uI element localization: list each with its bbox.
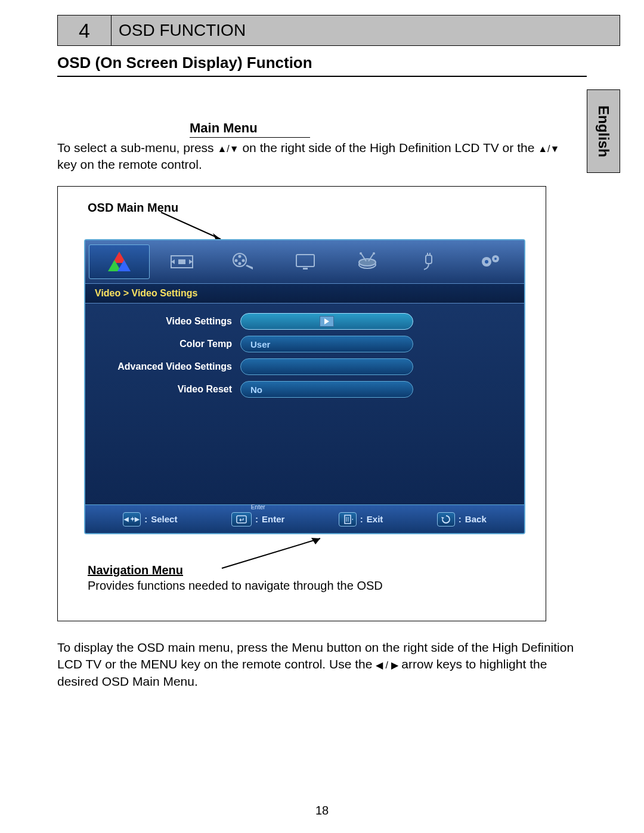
left-right-triangle-icon: ◀ / ▶: [376, 660, 398, 670]
osd-tab-row: [85, 240, 524, 283]
svg-point-25: [494, 258, 497, 260]
gears-icon: [479, 252, 503, 272]
up-down-triangle-icon: ▲/▼: [538, 144, 559, 154]
svg-point-8: [235, 259, 238, 262]
menu-row-video-reset[interactable]: Video Reset No: [97, 380, 512, 399]
navigation-menu-label: Navigation Menu: [88, 563, 183, 577]
figure-container: OSD Main Menu: [57, 186, 546, 621]
back-icon: [437, 512, 455, 527]
menu-row-advanced-video[interactable]: Advanced Video Settings: [97, 357, 512, 376]
intro-paragraph: To select a sub-menu, press ▲/▼ on the r…: [57, 140, 574, 174]
bottom-paragraph: To display the OSD main menu, press the …: [57, 639, 587, 690]
svg-rect-11: [296, 255, 314, 267]
svg-rect-27: [345, 515, 351, 524]
menu-value-pill[interactable]: [240, 313, 413, 330]
menu-row-color-temp[interactable]: Color Temp User: [97, 335, 512, 354]
menu-label: Video Reset: [97, 384, 240, 395]
svg-point-18: [373, 252, 375, 255]
tab-pip[interactable]: [152, 244, 212, 279]
callout-arrow-icon: [219, 535, 326, 571]
svg-marker-30: [352, 518, 353, 521]
film-reel-icon: [233, 252, 254, 272]
menu-value-pill[interactable]: User: [240, 336, 413, 352]
osd-breadcrumb: Video > Video Settings: [85, 283, 524, 304]
tab-audio[interactable]: [338, 244, 397, 279]
menu-value-pill[interactable]: No: [240, 381, 413, 398]
svg-marker-31: [441, 517, 444, 519]
rgb-triangle-icon: [108, 252, 131, 272]
menu-label: Advanced Video Settings: [97, 361, 240, 372]
svg-point-10: [239, 262, 242, 265]
nav-select: ✦ : Select: [123, 512, 177, 527]
navigation-menu-desc: Provides functions needed to navigate th…: [88, 579, 383, 593]
page-number: 18: [0, 804, 644, 817]
svg-rect-26: [237, 516, 246, 523]
svg-point-9: [242, 259, 245, 262]
screen-icon: [295, 253, 316, 271]
nav-exit-label: Exit: [367, 514, 383, 524]
osd-menu-list: Video Settings Color Temp User Advanced …: [85, 304, 524, 407]
tab-input[interactable]: [400, 244, 459, 279]
nav-enter: Enter : Enter: [231, 512, 284, 527]
nav-exit: : Exit: [339, 512, 383, 527]
nav-back: : Back: [437, 512, 487, 527]
menu-label: Video Settings: [97, 316, 240, 327]
tab-movie[interactable]: [213, 244, 273, 279]
pip-icon: [170, 253, 194, 270]
tab-video[interactable]: [89, 244, 150, 279]
menu-row-video-settings[interactable]: Video Settings: [97, 312, 512, 331]
menu-label: Color Temp: [97, 339, 240, 349]
tab-screen[interactable]: [275, 244, 335, 279]
osd-nav-bar: ✦ : Select Enter : Enter : Exit: [85, 504, 524, 533]
enter-key-icon: [231, 512, 252, 527]
svg-point-14: [359, 259, 376, 266]
menu-value-text: No: [250, 385, 262, 395]
chapter-header: 4 OSD FUNCTION: [57, 15, 620, 46]
intro-text-c: key on the remote control.: [57, 157, 202, 171]
nav-enter-top-label: Enter: [231, 504, 284, 510]
menu-value-text: User: [250, 339, 270, 349]
svg-rect-19: [426, 255, 432, 264]
chapter-title: OSD FUNCTION: [112, 16, 620, 45]
svg-rect-3: [178, 259, 185, 264]
language-label: English: [595, 106, 612, 157]
exit-icon: [339, 512, 357, 527]
svg-point-24: [485, 260, 488, 264]
nav-select-label: Select: [151, 514, 177, 524]
nav-arrows-icon: ✦: [123, 512, 141, 527]
nav-back-label: Back: [465, 514, 487, 524]
up-down-triangle-icon: ▲/▼: [217, 144, 239, 154]
intro-text-a: To select a sub-menu, press: [57, 141, 217, 154]
plug-icon: [419, 252, 439, 272]
tab-setup[interactable]: [461, 244, 521, 279]
svg-line-0: [161, 212, 221, 239]
main-menu-heading: Main Menu: [190, 120, 310, 138]
svg-point-7: [239, 255, 242, 258]
svg-line-32: [222, 538, 320, 568]
drum-icon: [355, 252, 379, 272]
play-icon: [320, 316, 334, 327]
osd-panel: Video > Video Settings Video Settings Co…: [84, 239, 525, 534]
intro-text-b: on the right side of the High Definition…: [242, 141, 538, 154]
chapter-number: 4: [58, 16, 112, 45]
menu-value-pill[interactable]: [240, 358, 413, 375]
nav-enter-label: Enter: [262, 514, 284, 524]
section-title: OSD (On Screen Display) Function: [57, 54, 587, 77]
svg-point-17: [360, 252, 362, 255]
svg-rect-12: [303, 268, 308, 270]
language-tab: English: [587, 89, 620, 173]
